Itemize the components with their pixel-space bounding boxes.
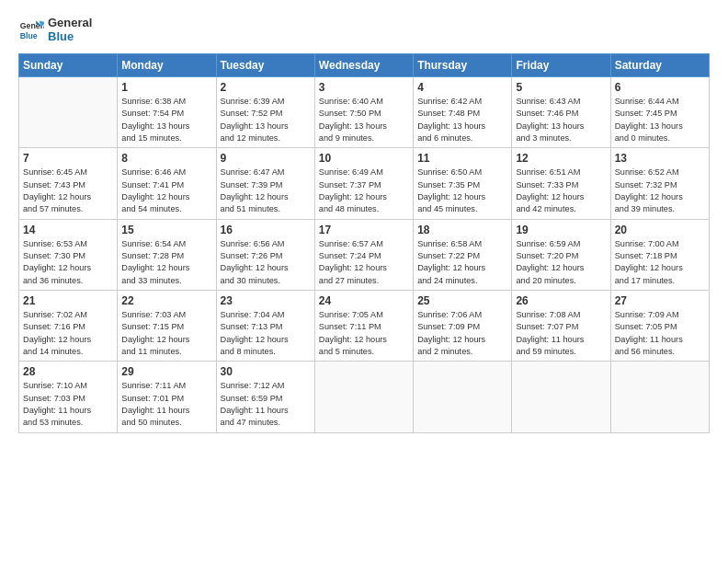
day-number: 5 [516, 81, 606, 94]
column-header-sunday: Sunday [19, 53, 118, 76]
calendar-cell [414, 362, 512, 432]
day-info: Sunrise: 6:50 AM Sunset: 7:35 PM Dayligh… [417, 167, 507, 215]
calendar-cell: 25Sunrise: 7:06 AM Sunset: 7:09 PM Dayli… [414, 291, 512, 362]
day-info: Sunrise: 6:51 AM Sunset: 7:33 PM Dayligh… [516, 167, 606, 215]
calendar-cell: 13Sunrise: 6:52 AM Sunset: 7:32 PM Dayli… [610, 148, 709, 219]
day-info: Sunrise: 7:10 AM Sunset: 7:03 PM Dayligh… [23, 380, 113, 429]
day-info: Sunrise: 7:09 AM Sunset: 7:05 PM Dayligh… [615, 309, 705, 358]
logo: General Blue General Blue [18, 17, 92, 44]
calendar-cell: 9Sunrise: 6:47 AM Sunset: 7:39 PM Daylig… [216, 148, 314, 219]
calendar-cell: 17Sunrise: 6:57 AM Sunset: 7:24 PM Dayli… [314, 219, 413, 290]
logo-blue: Blue [48, 30, 92, 44]
day-info: Sunrise: 6:44 AM Sunset: 7:45 PM Dayligh… [615, 96, 705, 144]
day-info: Sunrise: 6:53 AM Sunset: 7:30 PM Dayligh… [23, 238, 113, 287]
day-number: 8 [121, 152, 211, 165]
day-number: 22 [121, 294, 211, 307]
calendar-cell: 27Sunrise: 7:09 AM Sunset: 7:05 PM Dayli… [610, 291, 709, 362]
day-info: Sunrise: 7:03 AM Sunset: 7:15 PM Dayligh… [121, 309, 211, 358]
day-number: 10 [319, 152, 409, 165]
day-info: Sunrise: 6:57 AM Sunset: 7:24 PM Dayligh… [319, 238, 409, 287]
calendar-cell: 16Sunrise: 6:56 AM Sunset: 7:26 PM Dayli… [216, 219, 314, 290]
calendar-cell: 18Sunrise: 6:58 AM Sunset: 7:22 PM Dayli… [414, 219, 512, 290]
day-number: 2 [221, 81, 311, 94]
calendar-cell [314, 362, 413, 432]
calendar-cell [512, 362, 610, 432]
calendar-cell: 8Sunrise: 6:46 AM Sunset: 7:41 PM Daylig… [118, 148, 216, 219]
day-info: Sunrise: 6:45 AM Sunset: 7:43 PM Dayligh… [23, 167, 113, 215]
day-number: 28 [23, 365, 113, 378]
calendar-cell: 22Sunrise: 7:03 AM Sunset: 7:15 PM Dayli… [118, 291, 216, 362]
calendar-cell: 4Sunrise: 6:42 AM Sunset: 7:48 PM Daylig… [414, 76, 512, 147]
day-info: Sunrise: 7:02 AM Sunset: 7:16 PM Dayligh… [23, 309, 113, 358]
day-info: Sunrise: 6:38 AM Sunset: 7:54 PM Dayligh… [121, 96, 211, 144]
calendar-cell: 5Sunrise: 6:43 AM Sunset: 7:46 PM Daylig… [512, 76, 610, 147]
day-number: 19 [516, 224, 606, 236]
day-info: Sunrise: 6:49 AM Sunset: 7:37 PM Dayligh… [319, 167, 409, 215]
day-number: 6 [615, 81, 705, 94]
calendar-cell [19, 76, 118, 147]
day-info: Sunrise: 7:12 AM Sunset: 6:59 PM Dayligh… [221, 380, 311, 429]
day-info: Sunrise: 6:47 AM Sunset: 7:39 PM Dayligh… [221, 167, 311, 215]
day-number: 3 [319, 81, 409, 94]
calendar-cell: 26Sunrise: 7:08 AM Sunset: 7:07 PM Dayli… [512, 291, 610, 362]
calendar-cell: 21Sunrise: 7:02 AM Sunset: 7:16 PM Dayli… [19, 291, 118, 362]
column-header-wednesday: Wednesday [314, 53, 413, 76]
svg-text:Blue: Blue [20, 31, 38, 40]
day-info: Sunrise: 6:58 AM Sunset: 7:22 PM Dayligh… [417, 238, 507, 287]
day-number: 16 [221, 224, 311, 236]
calendar-cell: 3Sunrise: 6:40 AM Sunset: 7:50 PM Daylig… [314, 76, 413, 147]
day-info: Sunrise: 6:43 AM Sunset: 7:46 PM Dayligh… [516, 96, 606, 144]
day-info: Sunrise: 7:08 AM Sunset: 7:07 PM Dayligh… [516, 309, 606, 358]
calendar-cell: 30Sunrise: 7:12 AM Sunset: 6:59 PM Dayli… [216, 362, 314, 432]
day-info: Sunrise: 7:04 AM Sunset: 7:13 PM Dayligh… [221, 309, 311, 358]
day-number: 25 [417, 294, 507, 307]
calendar-body: 1Sunrise: 6:38 AM Sunset: 7:54 PM Daylig… [19, 76, 710, 432]
day-number: 4 [417, 81, 507, 94]
calendar-cell: 20Sunrise: 7:00 AM Sunset: 7:18 PM Dayli… [610, 219, 709, 290]
week-row-4: 21Sunrise: 7:02 AM Sunset: 7:16 PM Dayli… [19, 291, 710, 362]
calendar-table: SundayMondayTuesdayWednesdayThursdayFrid… [18, 53, 710, 433]
day-number: 9 [221, 152, 311, 165]
calendar-cell: 23Sunrise: 7:04 AM Sunset: 7:13 PM Dayli… [216, 291, 314, 362]
calendar-cell: 15Sunrise: 6:54 AM Sunset: 7:28 PM Dayli… [118, 219, 216, 290]
calendar-cell: 28Sunrise: 7:10 AM Sunset: 7:03 PM Dayli… [19, 362, 118, 432]
column-header-thursday: Thursday [414, 53, 512, 76]
calendar-cell: 6Sunrise: 6:44 AM Sunset: 7:45 PM Daylig… [610, 76, 709, 147]
calendar-cell [610, 362, 709, 432]
day-info: Sunrise: 6:40 AM Sunset: 7:50 PM Dayligh… [319, 96, 409, 144]
day-info: Sunrise: 7:05 AM Sunset: 7:11 PM Dayligh… [319, 309, 409, 358]
calendar-cell: 7Sunrise: 6:45 AM Sunset: 7:43 PM Daylig… [19, 148, 118, 219]
calendar-cell: 29Sunrise: 7:11 AM Sunset: 7:01 PM Dayli… [118, 362, 216, 432]
day-info: Sunrise: 6:56 AM Sunset: 7:26 PM Dayligh… [221, 238, 311, 287]
column-header-friday: Friday [512, 53, 610, 76]
calendar-cell: 12Sunrise: 6:51 AM Sunset: 7:33 PM Dayli… [512, 148, 610, 219]
day-info: Sunrise: 7:06 AM Sunset: 7:09 PM Dayligh… [417, 309, 507, 358]
calendar-cell: 24Sunrise: 7:05 AM Sunset: 7:11 PM Dayli… [314, 291, 413, 362]
day-number: 26 [516, 294, 606, 307]
day-number: 17 [319, 224, 409, 236]
day-info: Sunrise: 6:54 AM Sunset: 7:28 PM Dayligh… [121, 238, 211, 287]
day-info: Sunrise: 6:42 AM Sunset: 7:48 PM Dayligh… [417, 96, 507, 144]
day-number: 27 [615, 294, 705, 307]
page-header: General Blue General Blue [18, 17, 710, 44]
day-number: 13 [615, 152, 705, 165]
day-number: 20 [615, 224, 705, 236]
week-row-3: 14Sunrise: 6:53 AM Sunset: 7:30 PM Dayli… [19, 219, 710, 290]
day-info: Sunrise: 6:39 AM Sunset: 7:52 PM Dayligh… [221, 96, 311, 144]
calendar-cell: 1Sunrise: 6:38 AM Sunset: 7:54 PM Daylig… [118, 76, 216, 147]
day-number: 7 [23, 152, 113, 165]
day-info: Sunrise: 7:11 AM Sunset: 7:01 PM Dayligh… [121, 380, 211, 429]
week-row-1: 1Sunrise: 6:38 AM Sunset: 7:54 PM Daylig… [19, 76, 710, 147]
column-header-monday: Monday [118, 53, 216, 76]
day-number: 24 [319, 294, 409, 307]
week-row-5: 28Sunrise: 7:10 AM Sunset: 7:03 PM Dayli… [19, 362, 710, 432]
calendar-cell: 11Sunrise: 6:50 AM Sunset: 7:35 PM Dayli… [414, 148, 512, 219]
day-number: 23 [221, 294, 311, 307]
week-row-2: 7Sunrise: 6:45 AM Sunset: 7:43 PM Daylig… [19, 148, 710, 219]
day-number: 29 [121, 365, 211, 378]
day-number: 15 [121, 224, 211, 236]
logo-general: General [48, 17, 92, 30]
day-number: 14 [23, 224, 113, 236]
column-header-tuesday: Tuesday [216, 53, 314, 76]
calendar-header-row: SundayMondayTuesdayWednesdayThursdayFrid… [19, 53, 710, 76]
